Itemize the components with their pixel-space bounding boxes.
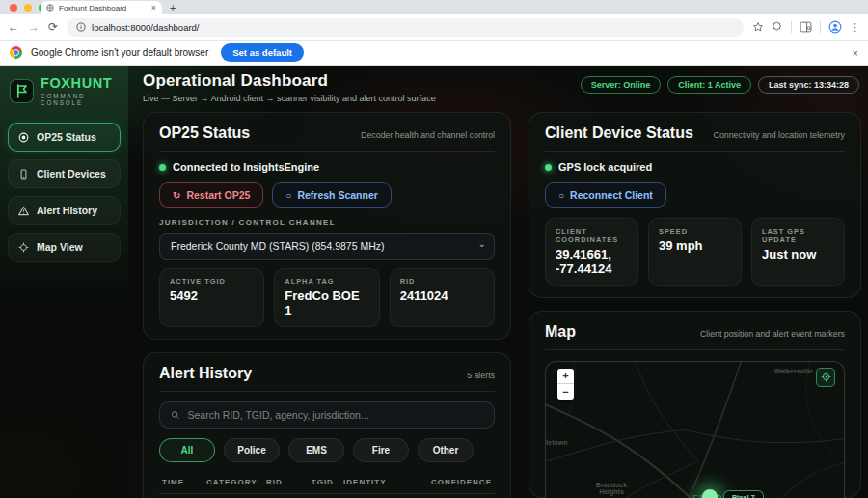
sidebar-item-label: Alert History <box>37 205 97 216</box>
connected-status-dot <box>159 164 166 171</box>
reconnect-icon: ○ <box>558 190 564 201</box>
sidebar-item-alert-history[interactable]: Alert History <box>8 196 121 225</box>
op25-panel-title: OP25 Status <box>159 124 250 142</box>
map-canvas[interactable]: + − Walkersville Mid <box>545 361 845 498</box>
globe-favicon-icon <box>46 4 54 12</box>
toolbar-actions: ⋮ <box>752 20 860 34</box>
smartphone-icon <box>18 169 29 180</box>
alerts-table: TIME CATEGORY RID TGID IDENTITY CONFIDEN… <box>159 473 495 498</box>
op25-panel-subtitle: Decoder health and channel control <box>361 130 495 140</box>
side-panel-icon[interactable] <box>800 21 812 33</box>
map-place-label: Middletown <box>545 439 568 446</box>
col-time: TIME <box>159 473 203 494</box>
browser-toolbar: ← → ⟳ localhost:8000/dashboard/ <box>0 14 868 41</box>
filter-police[interactable]: Police <box>224 438 280 462</box>
alert-search-box[interactable] <box>159 401 495 429</box>
alerts-count: 5 alerts <box>467 371 495 380</box>
brand-subtitle: COMMAND CONSOLE <box>41 93 121 106</box>
sidebar-item-label: OP25 Status <box>37 131 96 143</box>
dashboard: FOXHUNT COMMAND CONSOLE OP25 Status Clie… <box>0 66 868 498</box>
refresh-icon: ○ <box>285 190 291 201</box>
alert-search-input[interactable] <box>187 409 483 421</box>
zoom-in-button[interactable]: + <box>557 369 574 384</box>
map-panel-subtitle: Client position and alert event markers <box>700 329 845 339</box>
browser-menu-icon[interactable]: ⋮ <box>850 21 860 34</box>
back-icon[interactable]: ← <box>8 21 19 33</box>
page-header: Operational Dashboard Live — Server → An… <box>143 69 861 103</box>
search-icon <box>171 410 179 420</box>
chrome-logo-icon <box>10 46 22 59</box>
forward-icon[interactable]: → <box>28 21 40 33</box>
new-tab-button[interactable]: + <box>170 2 176 14</box>
main-content: Operational Dashboard Live — Server → An… <box>128 66 868 498</box>
jurisdiction-label: JURISDICTION / CONTROL CHANNEL <box>159 218 495 227</box>
restart-icon: ↻ <box>173 190 180 201</box>
jurisdiction-select-wrap: Frederick County MD (STARS) (854.9875 MH… <box>159 233 495 260</box>
sidebar-item-op25-status[interactable]: OP25 Status <box>8 123 121 152</box>
col-confidence: CONFIDENCE <box>428 473 495 494</box>
client-device-status-panel: Client Device Status Connectivity and lo… <box>529 112 861 298</box>
zoom-out-button[interactable]: − <box>557 384 574 400</box>
default-browser-banner: Google Chrome isn't your default browser… <box>0 41 868 66</box>
op25-status-panel: OP25 Status Decoder health and channel c… <box>143 112 511 340</box>
map-panel: Map Client position and alert event mark… <box>529 311 861 498</box>
radio-dot-icon <box>18 132 29 143</box>
screen: Foxhunt Dashboard × + ← → ⟳ localhost:80… <box>0 0 868 498</box>
table-row[interactable]: 11:54:49 FIRE 2415130 5524 Frederick Cou… <box>159 493 495 498</box>
browser-tab[interactable]: Foxhunt Dashboard × <box>41 1 162 14</box>
url-bar[interactable]: localhost:8000/dashboard/ <box>67 18 744 37</box>
banner-close-icon[interactable]: × <box>853 47 858 59</box>
refresh-scanner-button[interactable]: ○ Refresh Scanner <box>272 182 392 208</box>
sidebar-item-client-devices[interactable]: Client Devices <box>8 159 121 188</box>
minimize-window-button[interactable] <box>24 4 32 12</box>
alert-filters: All Police EMS Fire Other <box>159 438 495 462</box>
crosshair-icon <box>18 242 29 253</box>
speed-card: SPEED 39 mph <box>648 218 742 286</box>
set-as-default-button[interactable]: Set as default <box>221 43 304 62</box>
url-text[interactable]: localhost:8000/dashboard/ <box>92 22 199 33</box>
target-icon <box>821 372 831 382</box>
map-panel-title: Map <box>545 323 576 341</box>
alerts-panel-title: Alert History <box>159 365 252 382</box>
map-zoom-control[interactable]: + − <box>557 369 574 400</box>
sidebar: FOXHUNT COMMAND CONSOLE OP25 Status Clie… <box>0 66 128 498</box>
site-info-icon[interactable] <box>76 22 86 32</box>
close-window-button[interactable] <box>10 4 17 12</box>
client-marker-label: Pixel 7 <box>723 490 764 498</box>
tab-close-icon[interactable]: × <box>151 4 156 13</box>
bookmark-star-icon[interactable] <box>752 21 764 33</box>
restart-op25-button[interactable]: ↻ Restart OP25 <box>159 182 263 208</box>
reconnect-client-button[interactable]: ○ Reconnect Client <box>545 182 666 208</box>
last-gps-update-card: LAST GPS UPDATE Just now <box>751 218 845 286</box>
col-identity: IDENTITY <box>340 473 428 494</box>
divider <box>545 349 845 350</box>
filter-other[interactable]: Other <box>418 438 474 462</box>
divider <box>159 151 495 152</box>
sidebar-item-map-view[interactable]: Map View <box>8 233 121 262</box>
reload-icon[interactable]: ⟳ <box>48 21 58 33</box>
client-panel-title: Client Device Status <box>545 124 693 142</box>
filter-ems[interactable]: EMS <box>288 438 344 462</box>
gps-status-text: GPS lock acquired <box>558 161 652 173</box>
op25-status-text: Connected to InsightsEngine <box>173 161 319 173</box>
tab-title: Foxhunt Dashboard <box>59 4 147 13</box>
toolbar-separator <box>820 21 821 33</box>
map-place-label: Braddock Heights <box>590 482 633 495</box>
sidebar-nav: OP25 Status Client Devices Alert History <box>8 123 121 262</box>
sidebar-item-label: Map View <box>37 241 83 253</box>
brand-name: FOXHUNT <box>41 76 121 91</box>
profile-avatar-icon[interactable] <box>828 20 842 34</box>
recenter-map-button[interactable] <box>816 368 835 387</box>
col-category: CATEGORY <box>203 473 263 494</box>
last-sync-badge: Last sync: 13:34:28 <box>758 76 859 94</box>
filter-all[interactable]: All <box>159 438 215 462</box>
alert-history-panel: Alert History 5 alerts All <box>143 352 511 498</box>
client-status-badge: Client: 1 Active <box>667 76 751 94</box>
brand: FOXHUNT COMMAND CONSOLE <box>8 74 121 106</box>
jurisdiction-select[interactable]: Frederick County MD (STARS) (854.9875 MH… <box>159 233 495 260</box>
filter-fire[interactable]: Fire <box>353 438 409 462</box>
alpha-tag-card: ALPHA TAG FredCo BOE 1 <box>274 268 379 327</box>
page-title: Operational Dashboard <box>143 71 436 91</box>
gps-status-dot <box>545 164 552 171</box>
extensions-icon[interactable] <box>772 21 783 33</box>
